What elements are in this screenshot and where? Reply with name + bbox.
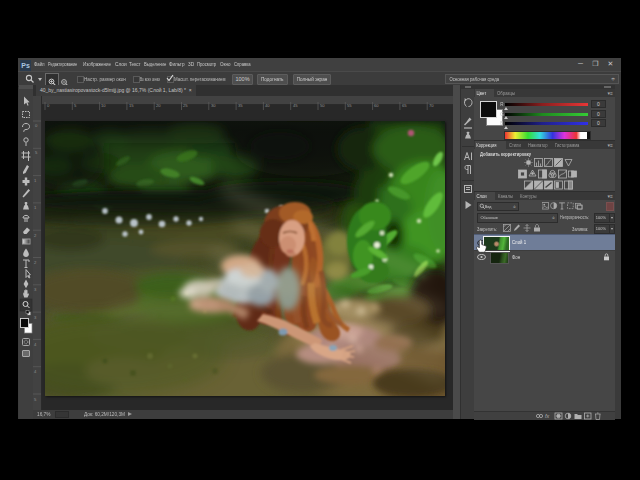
svg-text:fx: fx [545, 413, 550, 419]
svg-text:2: 2 [34, 260, 37, 265]
svg-text:40: 40 [265, 103, 270, 108]
svg-text:50: 50 [320, 103, 325, 108]
svg-text:25: 25 [183, 103, 188, 108]
svg-text:0: 0 [35, 123, 38, 128]
svg-text:5: 5 [74, 103, 77, 108]
svg-text:30: 30 [211, 103, 216, 108]
svg-text:15: 15 [129, 103, 134, 108]
svg-text:4: 4 [34, 369, 37, 374]
svg-text:0: 0 [47, 103, 50, 108]
svg-text:60: 60 [374, 103, 379, 108]
svg-text:20: 20 [156, 103, 161, 108]
svg-text:1: 1 [34, 205, 37, 210]
svg-text:5: 5 [35, 150, 38, 155]
svg-text:10: 10 [101, 103, 106, 108]
svg-text:2: 2 [34, 233, 37, 238]
svg-text:5: 5 [34, 397, 37, 402]
svg-text:1: 1 [34, 178, 37, 183]
svg-text:4: 4 [34, 342, 37, 347]
svg-text:3: 3 [34, 315, 37, 320]
svg-text:35: 35 [238, 103, 243, 108]
svg-text:55: 55 [347, 103, 352, 108]
svg-text:70: 70 [429, 103, 434, 108]
svg-text:3: 3 [34, 287, 37, 292]
svg-text:45: 45 [293, 103, 298, 108]
svg-text:65: 65 [402, 103, 407, 108]
